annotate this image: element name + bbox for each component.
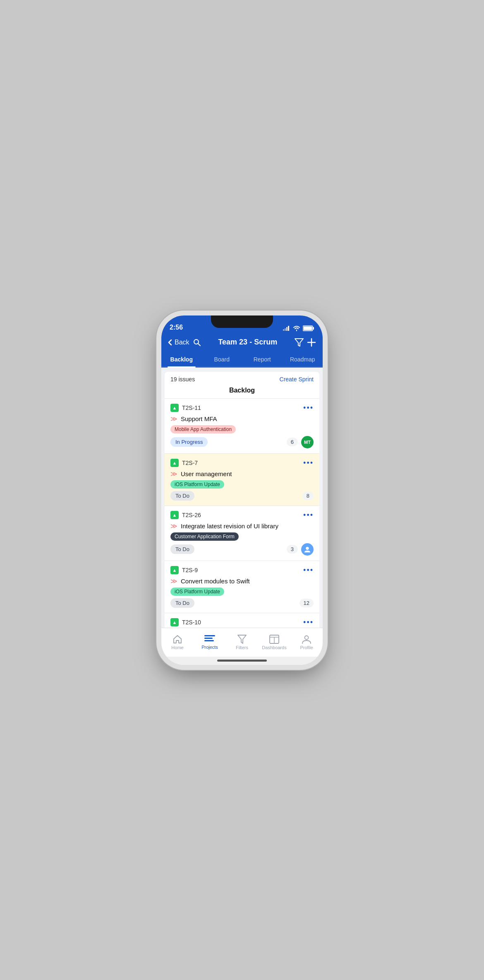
signal-icon [283,326,290,331]
issue-footer: To Do 3 [170,543,314,556]
avatar: MT [301,436,314,448]
tabs-bar: Backlog Board Report Roadmap [161,352,323,368]
backlog-section: 19 issues Create Sprint Backlog ▲ T2S-11… [165,372,319,628]
priority-icon: ≫ [170,522,177,530]
issue-menu-button[interactable]: ••• [303,566,314,575]
issue-id-row: ▲ T2S-9 [170,566,198,574]
issue-tags: iOS Platform Update [170,480,314,489]
issue-id-row: ▲ T2S-7 [170,459,198,467]
issue-menu-button[interactable]: ••• [303,618,314,627]
create-sprint-button[interactable]: Create Sprint [280,376,314,383]
bottom-nav: Home Projects Filters Dashboards [161,628,323,657]
issue-tag: iOS Platform Update [170,480,224,489]
issue-tag: Mobile App Authentication [170,425,236,433]
tab-report[interactable]: Report [242,352,283,367]
phone-frame: 2:56 Back [161,315,323,665]
battery-icon [303,325,314,331]
svg-point-12 [306,547,309,549]
issue-meta: 3 [287,543,314,556]
issue-item[interactable]: ▲ T2S-10 ••• [165,613,319,628]
issue-id-row: ▲ T2S-10 [170,618,201,626]
status-time: 2:56 [170,324,183,331]
issue-item[interactable]: ▲ T2S-9 ••• ≫ Convert modules to Swift i… [165,561,319,613]
svg-point-17 [305,636,309,639]
content-area: 19 issues Create Sprint Backlog ▲ T2S-11… [161,368,323,628]
priority-icon: ≫ [170,577,177,585]
search-icon[interactable] [193,338,201,347]
status-badge: To Do [170,491,194,501]
issue-priority: ≫ Support MFA [170,415,314,423]
issue-badge: ▲ [170,459,179,467]
issue-title: Convert modules to Swift [181,578,250,585]
nav-item-home[interactable]: Home [161,628,194,657]
filters-icon [237,635,247,644]
svg-rect-3 [288,326,289,331]
issue-row-top: ▲ T2S-26 ••• [170,511,314,520]
profile-icon [302,635,311,644]
issue-item[interactable]: ▲ T2S-11 ••• ≫ Support MFA Mobile App Au… [165,398,319,453]
issue-title: User management [181,470,232,477]
status-badge: To Do [170,598,194,608]
tab-roadmap[interactable]: Roadmap [283,352,323,367]
add-icon[interactable] [307,338,316,347]
issue-id-row: ▲ T2S-11 [170,404,201,412]
avatar [301,543,314,556]
nav-item-projects[interactable]: Projects [194,628,226,657]
issue-priority: ≫ User management [170,470,314,478]
svg-marker-9 [295,339,303,346]
issue-meta: 6 MT [287,436,314,448]
issue-badge: ▲ [170,566,179,574]
projects-icon [204,635,215,643]
issue-badge: ▲ [170,511,179,519]
issue-tags: Customer Application Form [170,532,314,541]
issue-id: T2S-9 [182,567,198,573]
issue-meta: 12 [300,599,314,607]
nav-bar: Back Team 23 - Scrum [161,334,323,352]
issue-row-top: ▲ T2S-10 ••• [170,618,314,627]
status-badge: In Progress [170,437,208,447]
issue-badge: ▲ [170,618,179,626]
page-title: Team 23 - Scrum [204,338,291,347]
issue-row-top: ▲ T2S-11 ••• [170,404,314,412]
story-points: 12 [300,599,314,607]
dashboards-icon [269,635,279,644]
backlog-header: 19 issues Create Sprint [165,372,319,385]
issue-id-row: ▲ T2S-26 [170,511,201,519]
story-points: 3 [287,545,298,554]
svg-rect-5 [313,327,314,330]
nav-label-projects: Projects [201,645,218,650]
tab-board[interactable]: Board [202,352,242,367]
issue-footer: To Do 8 [170,491,314,501]
svg-rect-6 [304,326,312,330]
phone-notch [211,315,273,328]
issue-menu-button[interactable]: ••• [303,459,314,467]
issue-menu-button[interactable]: ••• [303,511,314,520]
issue-priority: ≫ Convert modules to Swift [170,577,314,585]
nav-label-home: Home [171,645,183,650]
status-badge: To Do [170,544,194,554]
nav-label-profile: Profile [300,645,313,650]
svg-line-8 [198,343,200,346]
nav-label-filters: Filters [236,645,248,650]
issue-tag: Customer Application Form [170,532,239,541]
issue-badge: ▲ [170,404,179,412]
issue-tag: iOS Platform Update [170,588,224,596]
issue-priority: ≫ Integrate latest revision of UI librar… [170,522,314,530]
filter-icon[interactable] [295,338,304,347]
issue-id: T2S-26 [182,512,201,518]
home-indicator [161,657,323,665]
issue-item[interactable]: ▲ T2S-26 ••• ≫ Integrate latest revision… [165,506,319,561]
tab-backlog[interactable]: Backlog [161,352,202,367]
issue-id: T2S-7 [182,460,198,466]
issue-item[interactable]: ▲ T2S-7 ••• ≫ User management iOS Platfo… [165,453,319,506]
story-points: 6 [287,438,298,446]
nav-item-profile[interactable]: Profile [290,628,323,657]
svg-rect-2 [286,327,288,331]
issue-menu-button[interactable]: ••• [303,404,314,412]
issue-footer: To Do 12 [170,598,314,608]
priority-icon: ≫ [170,470,177,478]
issues-count: 19 issues [170,376,195,383]
nav-item-dashboards[interactable]: Dashboards [258,628,290,657]
back-button[interactable]: Back [168,339,189,346]
nav-item-filters[interactable]: Filters [226,628,258,657]
